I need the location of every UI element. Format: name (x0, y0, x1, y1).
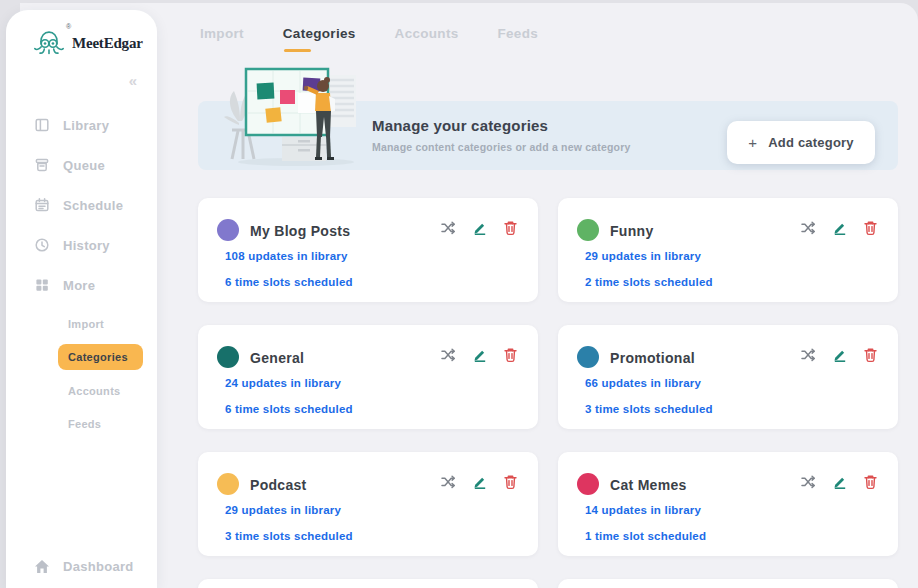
sidebar-item-library[interactable]: Library (6, 105, 157, 145)
sidebar-item-label: More (63, 278, 95, 293)
tab-feeds[interactable]: Feeds (498, 26, 539, 50)
subitem-label: Feeds (68, 418, 101, 430)
add-category-button[interactable]: + Add category (727, 121, 875, 164)
octopus-logo-icon (32, 26, 66, 60)
edit-icon[interactable] (832, 347, 848, 363)
add-category-label: Add category (768, 135, 853, 150)
category-color-dot (217, 346, 239, 368)
shuffle-icon[interactable] (800, 347, 817, 363)
category-card: Podcast 29 updates in library 3 time slo… (198, 452, 538, 556)
edit-icon[interactable] (472, 474, 488, 490)
more-submenu: Import Categories Accounts Feeds (6, 305, 157, 440)
delete-icon[interactable] (863, 220, 878, 236)
sidebar-item-queue[interactable]: Queue (6, 145, 157, 185)
category-name: General (250, 350, 304, 366)
sidebar-subitem-accounts[interactable]: Accounts (6, 374, 157, 407)
updates-link[interactable]: 29 updates in library (585, 250, 701, 262)
library-icon (34, 117, 50, 133)
delete-icon[interactable] (503, 220, 518, 236)
tab-import[interactable]: Import (200, 26, 244, 50)
updates-link[interactable]: 108 updates in library (225, 250, 348, 262)
sidebar-subitem-feeds[interactable]: Feeds (6, 407, 157, 440)
registered-mark: ® (66, 23, 71, 30)
banner-subtitle: Manage content categories or add a new c… (372, 141, 631, 153)
categories-grid: My Blog Posts 108 updates in library 6 t… (198, 198, 898, 588)
subitem-label: Accounts (68, 385, 121, 397)
sidebar-item-schedule[interactable]: Schedule (6, 185, 157, 225)
schedule-icon (34, 197, 50, 213)
category-card: General 24 updates in library 6 time slo… (198, 325, 538, 429)
category-color-dot (217, 473, 239, 495)
whiteboard-illustration (224, 63, 366, 169)
main-area: Import Categories Accounts Feeds (157, 3, 918, 588)
tab-accounts[interactable]: Accounts (395, 26, 459, 50)
manage-categories-banner: Manage your categories Manage content ca… (198, 101, 898, 170)
category-name: Promotional (610, 350, 695, 366)
category-color-dot (577, 473, 599, 495)
partial-category-card (558, 579, 898, 588)
sidebar-nav: Library Queue Schedule History More Impo… (6, 105, 157, 440)
collapse-sidebar-icon[interactable]: « (6, 60, 157, 89)
sidebar-item-label: Queue (63, 158, 105, 173)
edit-icon[interactable] (832, 474, 848, 490)
sidebar-item-label: History (63, 238, 110, 253)
shuffle-icon[interactable] (440, 347, 457, 363)
home-icon (34, 559, 50, 574)
sidebar-item-label: Schedule (63, 198, 123, 213)
tab-categories[interactable]: Categories (283, 26, 356, 50)
sidebar-subitem-import[interactable]: Import (6, 307, 157, 340)
delete-icon[interactable] (863, 474, 878, 490)
sidebar-item-history[interactable]: History (6, 225, 157, 265)
category-card: Promotional 66 updates in library 3 time… (558, 325, 898, 429)
slots-link[interactable]: 6 time slots scheduled (225, 403, 353, 415)
brand-logo[interactable]: ® MeetEdgar (6, 10, 157, 60)
updates-link[interactable]: 29 updates in library (225, 504, 341, 516)
updates-link[interactable]: 66 updates in library (585, 377, 701, 389)
history-icon (34, 237, 50, 253)
sidebar-item-label: Dashboard (63, 559, 134, 574)
more-grid-icon (34, 277, 50, 293)
delete-icon[interactable] (503, 347, 518, 363)
banner-title: Manage your categories (372, 117, 631, 134)
subitem-label: Import (68, 318, 104, 330)
delete-icon[interactable] (503, 474, 518, 490)
partial-category-card (198, 579, 538, 588)
slots-link[interactable]: 1 time slot scheduled (585, 530, 706, 542)
category-card: My Blog Posts 108 updates in library 6 t… (198, 198, 538, 302)
shuffle-icon[interactable] (800, 474, 817, 490)
updates-link[interactable]: 14 updates in library (585, 504, 701, 516)
category-color-dot (577, 346, 599, 368)
edit-icon[interactable] (472, 220, 488, 236)
edit-icon[interactable] (472, 347, 488, 363)
slots-link[interactable]: 3 time slots scheduled (225, 530, 353, 542)
category-name: Funny (610, 223, 654, 239)
category-name: Podcast (250, 477, 307, 493)
category-card: Cat Memes 14 updates in library 1 time s… (558, 452, 898, 556)
queue-icon (34, 157, 50, 173)
updates-link[interactable]: 24 updates in library (225, 377, 341, 389)
sidebar-item-label: Library (63, 118, 109, 133)
top-tabs: Import Categories Accounts Feeds (157, 3, 918, 50)
category-color-dot (217, 219, 239, 241)
category-color-dot (577, 219, 599, 241)
sidebar-subitem-categories[interactable]: Categories (6, 340, 157, 374)
slots-link[interactable]: 3 time slots scheduled (585, 403, 713, 415)
subitem-label: Categories (58, 344, 143, 370)
sidebar: ® MeetEdgar « Library Queue Schedule His… (6, 10, 157, 588)
delete-icon[interactable] (863, 347, 878, 363)
edit-icon[interactable] (832, 220, 848, 236)
shuffle-icon[interactable] (440, 220, 457, 236)
category-name: Cat Memes (610, 477, 687, 493)
shuffle-icon[interactable] (440, 474, 457, 490)
sidebar-item-dashboard[interactable]: Dashboard (6, 549, 157, 588)
slots-link[interactable]: 2 time slots scheduled (585, 276, 713, 288)
plus-icon: + (748, 134, 757, 151)
category-name: My Blog Posts (250, 223, 350, 239)
shuffle-icon[interactable] (800, 220, 817, 236)
category-card: Funny 29 updates in library 2 time slots… (558, 198, 898, 302)
slots-link[interactable]: 6 time slots scheduled (225, 276, 353, 288)
brand-name: MeetEdgar (72, 35, 143, 52)
sidebar-item-more[interactable]: More (6, 265, 157, 305)
